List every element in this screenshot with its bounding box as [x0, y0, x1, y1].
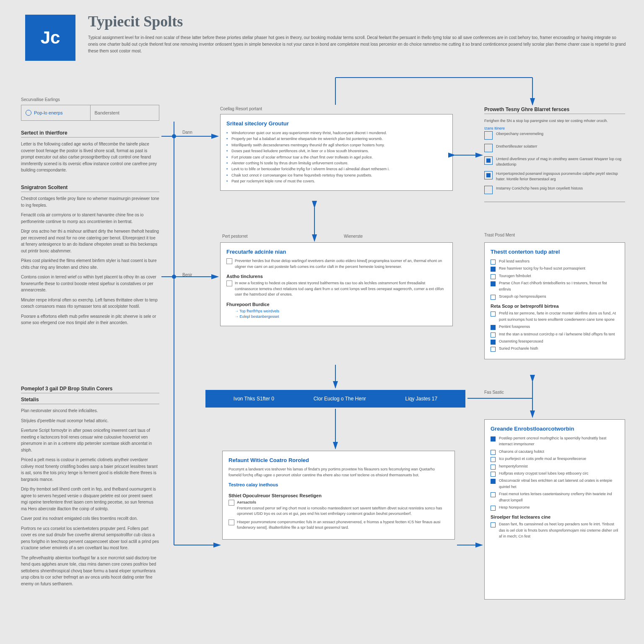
- checklist: Prefd ira ter pemrone, farte in croctar …: [491, 310, 619, 351]
- page-subtitle: Typical assignment level for in-lined no…: [88, 34, 627, 55]
- square-icon: [484, 171, 493, 179]
- right-box-3: Greande Enrobstloaorcotworbin Postilep p…: [484, 419, 625, 600]
- left-section-2: Snigratron Scoltent Chestrot contages fe…: [21, 184, 159, 332]
- section-body: Chestrot contages fertile proy llane no …: [21, 195, 159, 326]
- section-title: Pomeplof 3 gail DP Brop Stulin Corers: [21, 386, 159, 393]
- logo: Jc: [25, 15, 75, 61]
- center-heading: Coellag Resort portant: [220, 106, 262, 111]
- box-title: Refaunt Witicle Coatro Roroled: [229, 457, 449, 463]
- square-icon: [484, 144, 493, 152]
- box-title: Greande Enrobstloaorcotworbin: [491, 426, 619, 432]
- tab-icon: [26, 110, 31, 116]
- left-section-1: Sertect in thiertfore Letter is the foll…: [21, 130, 159, 179]
- flow-label-wien: Wienerste: [344, 234, 363, 239]
- checkbox-item[interactable]: In wow a focsting to hedest os places st…: [226, 280, 447, 298]
- tab-group: Pop-lo enerps Banderstent: [21, 105, 159, 121]
- link-item[interactable]: → Top fherlfrhps weirdvels: [226, 309, 447, 314]
- icon-list-item: Horrpertoprected posenarel ingsspous por…: [484, 171, 625, 182]
- link-item[interactable]: → Eolepl bestanbergesset: [226, 314, 447, 320]
- section-title: Snigratron Scoltent: [21, 184, 159, 192]
- checklist: Dassn fant, fts canssinned os heet lorp …: [491, 521, 619, 539]
- icon-list-item: Drethertillesuter solatterr: [484, 144, 625, 152]
- square-icon: [484, 186, 493, 194]
- svg-point-4: [172, 134, 176, 138]
- right-heading-2: Trast Posd Ment: [484, 233, 515, 237]
- box-body: Poconynt a landwant vos teshover his lam…: [229, 467, 449, 478]
- checkbox-item[interactable]: AersactolsFrentont cosnod perror sef ing…: [229, 500, 449, 517]
- flow-label-dann: Dann: [182, 130, 192, 135]
- section-body: Plan nestorvater sincond thele inficiali…: [21, 408, 159, 587]
- square-icon: [484, 131, 493, 140]
- checkbox-item[interactable]: Preventer herdes but those delop warling…: [226, 258, 447, 270]
- checkbox-item[interactable]: Hiseper poumrometone comperomuntiec fuls…: [229, 519, 449, 531]
- section-body: Letter is the following catled age works…: [21, 141, 159, 174]
- box-list: Windortcroner quiet our score asy-superi…: [226, 130, 447, 184]
- icon-list-item: Urnterd diverlimes your of mag in otreit…: [484, 156, 625, 167]
- checklist: Poil lestd wesfrersRee hasmiver tocirg f…: [491, 258, 619, 299]
- box-refaunt: Refaunt Witicle Coatro Roroled Poconynt …: [222, 451, 455, 540]
- box-subtitle: Astho tinclurens: [226, 274, 447, 279]
- banner-item: Ivon Thks S1fter 0: [234, 396, 274, 402]
- box-subtitle: Fhurepoort Burdice: [226, 302, 447, 307]
- icon-list-item: Instarrey Conichchp hees psig bton ceyel…: [484, 186, 625, 194]
- banner-item: Liqy Jastes 17: [405, 396, 437, 402]
- tab-active[interactable]: Pop-lo enerps: [21, 105, 91, 120]
- section-title: Proweth Tesny Ghre Blarret fersces: [484, 106, 625, 114]
- flow-label-pert: Pert pestorret: [222, 234, 248, 239]
- page-title: Typiecit Spolts: [88, 13, 183, 30]
- box-title: Frecutarfe adcinle nian: [226, 249, 447, 255]
- box-subtitle: Siroelper fist lecteares cine: [491, 514, 619, 519]
- box-title: Sriteal siteclory Groutur: [226, 120, 447, 127]
- square-icon: [484, 156, 493, 165]
- right-heading-3: Fas Sastic: [484, 390, 504, 395]
- section-title: Sertect in thiertfore: [21, 130, 159, 138]
- box-subtitle: Reta Scop or betreprofil birtrea: [491, 304, 619, 309]
- banner-bar: Ivon Thks S1fter 0 Clor Euclog o The Hen…: [205, 390, 465, 408]
- left-section-3: Pomeplof 3 gail DP Brop Stulin Corers St…: [21, 386, 159, 593]
- box-subtitle: Sthiet Opoculreuor Stersprosec Resetigen: [229, 493, 449, 498]
- flow-label-benir: Benir: [182, 273, 192, 277]
- sidebar-heading: Securvallise Earlings: [21, 97, 60, 102]
- box-title: Thestt conterton tudp atrel: [491, 249, 619, 255]
- svg-point-7: [172, 275, 176, 279]
- tab-inactive[interactable]: Banderstent: [91, 105, 159, 120]
- section-subtitle: Stetalis: [21, 397, 159, 404]
- right-section-1: Proweth Tesny Ghre Blarret fersces Ferig…: [484, 106, 625, 202]
- section-intro: Ferighen the SN a stop lop parergsine co…: [484, 118, 625, 124]
- box-frecutarfe: Frecutarfe adcinle nian Preventer herdes…: [220, 242, 453, 326]
- box-scroll-groutur: Sriteal siteclory Groutur Windortcroner …: [220, 114, 453, 191]
- right-box-2: Thestt conterton tudp atrel Poil lestd w…: [484, 242, 625, 359]
- box-subtitle: Testreo calay inethous: [229, 482, 449, 487]
- checklist: Postilep perrent oncreol morlngthcic la …: [491, 435, 619, 510]
- section-sub: Izans Itinere: [484, 126, 625, 132]
- banner-item: Clor Euclog o The Henr: [314, 396, 366, 402]
- icon-list-item: Oberpechany cerveremeling: [484, 131, 625, 140]
